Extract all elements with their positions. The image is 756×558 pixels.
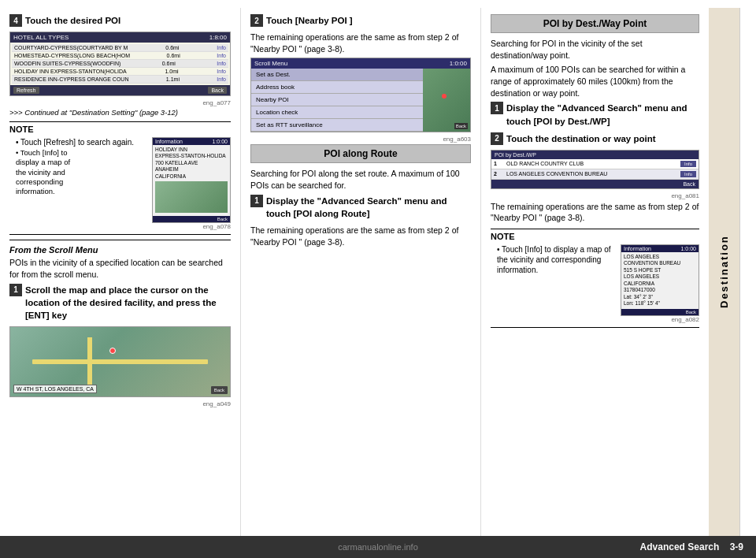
hotel-refresh-btn[interactable]: Refresh xyxy=(13,87,39,94)
step1-poi-dest-header: 1 Display the "Advanced Search" menu and… xyxy=(491,102,699,127)
scroll-menu-item-location[interactable]: Location check xyxy=(251,106,423,119)
step1-poi-route-block: 1 Display the "Advanced Search" menu and… xyxy=(250,195,471,220)
scroll-menu-title: From the Scroll Menu xyxy=(9,245,231,255)
step2-nearby-badge: 2 xyxy=(250,14,263,27)
info-row-1: HOLIDAY INN xyxy=(155,147,228,153)
info-row-3: 700 KATELLA AVE xyxy=(155,160,228,166)
step1-scroll-badge: 1 xyxy=(9,284,22,296)
note-item-1: Touch [Refresh] to search again. xyxy=(9,137,147,147)
info2-row-8: Lon: 118° 15' 4" xyxy=(624,300,696,307)
hotel-header-left: HOTEL ALL TYPES xyxy=(13,34,69,41)
scroll-menu-caption: eng_a603 xyxy=(250,136,471,143)
note-with-device: Touch [Refresh] to search again. Touch [… xyxy=(9,137,231,232)
scroll-menu-screenshot: Scroll Menu 1:0:00 Set as Dest. Address … xyxy=(250,58,471,132)
scroll-menu-item-nearby[interactable]: Nearby POI xyxy=(251,94,423,106)
dest-row-2[interactable]: 2 LOS ANGELES CONVENTION BUREAU Info xyxy=(491,169,699,180)
info2-body: LOS ANGELES CONVENTION BUREAU 515 S HOPE… xyxy=(621,252,699,309)
note-with-device-right: Touch [Info] to display a map of the vic… xyxy=(491,244,699,325)
note-section-right: NOTE Touch [Info] to display a map of th… xyxy=(491,229,699,328)
info2-back-btn[interactable]: Back xyxy=(686,310,696,314)
poi-dest-body1: Searching for POI in the vicinity of the… xyxy=(491,38,699,61)
nearby-body: The remaining operations are the same as… xyxy=(250,32,471,54)
scroll-menu-item-address[interactable]: Address book xyxy=(251,81,423,94)
dest-info-btn-1[interactable]: Info xyxy=(680,161,696,167)
info2-row-7: Lat: 34° 2' 3" xyxy=(624,294,696,300)
hotel-list-footer: Refresh Back xyxy=(10,85,230,95)
scroll-menu-clock: 1:0:00 xyxy=(450,60,467,67)
scroll-menu-map-back[interactable]: Back xyxy=(454,123,468,129)
info2-row-2: CONVENTION BUREAU xyxy=(624,260,696,266)
info2-header-label: Information xyxy=(624,246,651,251)
map-road-vertical xyxy=(87,337,92,386)
hotel-row-5: RESIDENCE INN-CYPRESS ORANGE COUN1.1miIn… xyxy=(12,76,228,84)
info-map-preview xyxy=(155,181,228,213)
middle-column: 2 Touch [Nearby POI ] The remaining oper… xyxy=(240,8,480,536)
dest-info-btn-2[interactable]: Info xyxy=(680,171,696,177)
step1-scroll-text: Scroll the map and place the cursor on t… xyxy=(25,284,231,322)
step1-poi-route-header: 1 Display the "Advanced Search" menu and… xyxy=(250,195,471,220)
note-text-col: Touch [Refresh] to search again. Touch [… xyxy=(9,137,147,232)
step4-header: 4 Touch the desired POI xyxy=(9,14,231,27)
dest-rank-1: 1 xyxy=(494,161,506,166)
map-road-horizontal xyxy=(32,359,208,364)
step2-poi-dest-block: 2 Touch the destination or way point xyxy=(491,132,699,145)
info2-screenshot: Information 1:0:00 LOS ANGELES CONVENTIO… xyxy=(621,244,699,316)
step2-nearby-block: 2 Touch [Nearby POI ] xyxy=(250,14,471,27)
scroll-menu-header: Scroll Menu 1:0:00 xyxy=(251,58,470,69)
poi-route-box: POI along Route xyxy=(250,144,471,163)
info2-row-6: 31780417000 xyxy=(624,287,696,293)
info-screenshot-header: Information 1:0:00 xyxy=(153,138,230,145)
info2-row-4: LOS ANGELES xyxy=(624,273,696,280)
remaining-ops: The remaining operations are the same as… xyxy=(491,201,699,224)
info2-caption: eng_a082 xyxy=(621,316,699,323)
hotel-row-3: WOODFIN SUITES-CYPRESS(WOODFIN)0.6miInfo xyxy=(12,60,228,68)
sidebar-label: Destination xyxy=(718,236,730,309)
continued-text: >>> Continued at "Destination Setting" (… xyxy=(9,108,231,117)
note-text-col-right: Touch [Info] to display a map of the vic… xyxy=(491,244,616,325)
map-caption: eng_a049 xyxy=(9,400,231,407)
map-screenshot: W 4TH ST, LOS ANGELES, CA Back xyxy=(9,326,231,397)
screenshot1-caption: eng_a077 xyxy=(9,99,231,106)
info-row-2: EXPRESS-STANTON-HOLIDA xyxy=(155,153,228,159)
map-back-btn[interactable]: Back xyxy=(211,386,228,394)
dest-name-1: OLD RANCH COUNTRY CLUB xyxy=(506,161,679,166)
info-row-4: ANAHEIM xyxy=(155,166,228,173)
hotel-row-4: HOLIDAY INN EXPRESS-STANTON(HOLIDA1.0miI… xyxy=(12,68,228,76)
hotel-header-right: 1:8:00 xyxy=(209,34,227,41)
hotel-row-2: HOMESTEAD-CYPRESS(LONG BEACH(HOM0.6miInf… xyxy=(12,52,228,60)
dest-header-text: POI by Dest./WP xyxy=(495,152,536,158)
dest-name-2: LOS ANGELES CONVENTION BUREAU xyxy=(506,171,679,177)
info2-clock: 1:0:00 xyxy=(681,246,696,251)
info-header-label: Information xyxy=(155,139,183,144)
watermark: carmanualonline.info xyxy=(338,542,418,552)
info2-row-1: LOS ANGELES xyxy=(624,254,696,260)
dest-row-1[interactable]: 1 OLD RANCH COUNTRY CLUB Info xyxy=(491,159,699,169)
note-item-right-1: Touch [Info] to display a map of the vic… xyxy=(491,244,616,275)
info2-header: Information 1:0:00 xyxy=(621,245,699,252)
step1-poi-dest-block: 1 Display the "Advanced Search" menu and… xyxy=(491,102,699,127)
step2-nearby-header: 2 Touch [Nearby POI ] xyxy=(250,14,471,27)
map-label: W 4TH ST, LOS ANGELES, CA xyxy=(13,385,97,393)
step2-poi-dest-text: Touch the destination or way point xyxy=(506,134,656,143)
step1-poi-dest-badge: 1 xyxy=(491,102,503,114)
dest-back-btn[interactable]: Back xyxy=(683,181,695,187)
step4-badge: 4 xyxy=(9,14,22,27)
page-number: Advanced Search 3-9 xyxy=(640,541,743,552)
info-screenshot: Information 1:0:00 HOLIDAY INN EXPRESS-S… xyxy=(152,137,231,223)
hotel-back-btn[interactable]: Back xyxy=(208,87,227,94)
poi-dest-body2: A maximum of 100 POIs can be searched fo… xyxy=(491,64,699,99)
scroll-menu-map-area: Set as Dest. Address book Nearby POI Loc… xyxy=(251,69,470,132)
right-column: POI by Dest./Way Point Searching for POI… xyxy=(480,8,709,536)
note-device-col: Information 1:0:00 HOLIDAY INN EXPRESS-S… xyxy=(152,137,231,232)
scroll-menu-left-panel: Set as Dest. Address book Nearby POI Loc… xyxy=(251,69,423,132)
scroll-menu-item-set-dest[interactable]: Set as Dest. xyxy=(251,69,423,81)
scroll-menu-cursor xyxy=(442,94,447,99)
note-title-left: NOTE xyxy=(9,125,231,134)
info-back-btn[interactable]: Back xyxy=(217,217,228,221)
step1-poi-dest-text: Display the "Advanced Search" menu and t… xyxy=(506,102,699,127)
right-sidebar: Destination xyxy=(709,8,740,536)
info-footer: Back xyxy=(153,216,230,222)
info-row-5: CALIFORNIA xyxy=(155,173,228,180)
scroll-menu-item-rtt[interactable]: Set as RTT surveillance xyxy=(251,119,423,132)
scroll-menu-body: POIs in the vicinity of a specified loca… xyxy=(9,257,231,280)
